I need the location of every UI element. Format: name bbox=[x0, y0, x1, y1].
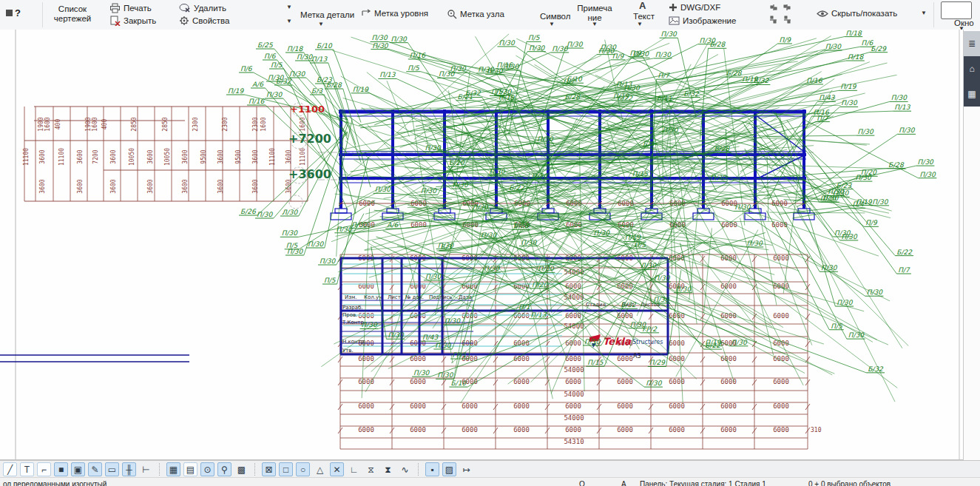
svg-text:Б/20: Б/20 bbox=[449, 159, 465, 166]
text-caret[interactable]: ▼ bbox=[637, 22, 643, 27]
svg-text:Б/28: Б/28 bbox=[709, 41, 726, 48]
level-mark-button[interactable]: Метка уровня bbox=[356, 8, 433, 18]
ribbon-separator bbox=[42, 2, 43, 27]
close-drawing-button[interactable]: Закрыть bbox=[105, 15, 160, 27]
pin-tool-icon[interactable]: ⚲ bbox=[217, 462, 232, 476]
svg-text:9500: 9500 bbox=[235, 149, 242, 163]
part-mark-caret[interactable]: ▼ bbox=[318, 22, 324, 27]
side-tab-properties[interactable]: ≣ bbox=[964, 31, 980, 56]
grid-points-toggle-icon[interactable]: ▤ bbox=[183, 462, 197, 476]
snap-tangent-icon[interactable]: ∿ bbox=[398, 462, 412, 476]
svg-text:6000: 6000 bbox=[358, 312, 374, 320]
svg-text:54000: 54000 bbox=[564, 391, 584, 398]
rectangle-tool-icon[interactable]: ▭ bbox=[105, 462, 119, 476]
svg-text:П/30: П/30 bbox=[624, 84, 641, 92]
delete-button[interactable]: Удалить bbox=[175, 2, 231, 14]
svg-text:Б/26: Б/26 bbox=[240, 208, 257, 215]
drawing-canvas[interactable]: 1900160040019001600400285028502300230023… bbox=[0, 30, 980, 460]
svg-text:11100: 11100 bbox=[23, 148, 30, 166]
svg-text:2850: 2850 bbox=[131, 117, 138, 131]
snap-midpoint-icon[interactable]: △ bbox=[313, 462, 327, 476]
svg-text:П/6: П/6 bbox=[240, 65, 253, 72]
hide-show-caret[interactable]: ▼ bbox=[921, 11, 927, 16]
perpendicular-tool-icon[interactable]: ⊢ bbox=[139, 462, 153, 476]
zoom-tool-icon[interactable]: ⊙ bbox=[200, 462, 214, 476]
dropdown-caret[interactable]: ▼ bbox=[286, 19, 292, 24]
svg-text:П/9: П/9 bbox=[779, 36, 791, 44]
symbol-button[interactable]: Символ bbox=[535, 11, 575, 21]
svg-text:П/30: П/30 bbox=[837, 299, 854, 306]
svg-text:П/30: П/30 bbox=[567, 41, 584, 48]
snap-intersection-icon[interactable]: ✕ bbox=[330, 462, 344, 476]
svg-text:Б/29: Б/29 bbox=[871, 45, 887, 53]
svg-text:П/30: П/30 bbox=[266, 91, 283, 98]
symbol-tool-icon[interactable]: ▣ bbox=[71, 462, 85, 476]
snap-extension-icon[interactable]: ⧖ bbox=[364, 462, 378, 476]
svg-text:П/30: П/30 bbox=[872, 198, 889, 206]
part-mark-annotations: П/19П/16А/6П/30П/6П/5П/6П/18Б/25Б/10П/30… bbox=[226, 30, 936, 387]
drawing-list-button[interactable]: Список чертежей bbox=[46, 4, 99, 24]
svg-text:П/19: П/19 bbox=[742, 75, 759, 83]
svg-text:П/20: П/20 bbox=[861, 169, 878, 176]
hide-show-button[interactable]: Скрыть/показать bbox=[812, 8, 902, 18]
svg-text:П/30: П/30 bbox=[710, 174, 727, 181]
dropdown-caret[interactable]: ▼ bbox=[286, 5, 292, 10]
dimension-tool-icon[interactable]: ╫ bbox=[122, 462, 136, 476]
svg-text:2300: 2300 bbox=[192, 117, 199, 131]
svg-text:Б/22: Б/22 bbox=[896, 249, 913, 256]
insert-image-button[interactable]: Изображение bbox=[664, 16, 740, 26]
align-tools-icons[interactable] bbox=[768, 2, 797, 27]
freehand-tool-icon[interactable]: ✎ bbox=[88, 462, 102, 476]
svg-text:Б/10: Б/10 bbox=[450, 379, 467, 387]
svg-text:+7200: +7200 bbox=[288, 132, 331, 146]
text-button[interactable]: Текст bbox=[629, 11, 659, 21]
grid-snap-toggle-icon[interactable]: ▦ bbox=[166, 462, 180, 476]
svg-text:6000: 6000 bbox=[720, 355, 737, 362]
part-mark-button[interactable]: Метка детали bbox=[296, 10, 359, 20]
svg-text:54000: 54000 bbox=[564, 414, 584, 422]
svg-text:П/13: П/13 bbox=[379, 71, 396, 78]
svg-text:П/30: П/30 bbox=[388, 331, 405, 339]
svg-text:П/30: П/30 bbox=[499, 39, 516, 47]
svg-text:П/7: П/7 bbox=[898, 266, 910, 274]
relative-input-toggle-icon[interactable]: ↦ bbox=[459, 462, 473, 476]
text-tool-icon[interactable]: T bbox=[20, 462, 34, 476]
svg-text:Б/32: Б/32 bbox=[868, 365, 884, 373]
snap-nearest-icon[interactable]: ⧗ bbox=[381, 462, 395, 476]
snap-reference-icon[interactable]: □ bbox=[279, 462, 293, 476]
ortho-toggle-icon[interactable]: ▪ bbox=[425, 462, 439, 476]
properties-button[interactable]: Свойства bbox=[175, 15, 234, 27]
svg-text:П/5: П/5 bbox=[271, 61, 283, 69]
snap-center-icon[interactable]: ○ bbox=[296, 462, 310, 476]
leader-tool-icon[interactable]: ⌐ bbox=[37, 462, 51, 476]
svg-text:Б/22: Б/22 bbox=[705, 342, 721, 349]
svg-text:П/43: П/43 bbox=[819, 94, 836, 101]
dwg-dxf-button[interactable]: DWG/DXF bbox=[664, 2, 725, 13]
snap-perpendicular-icon[interactable]: ∟ bbox=[347, 462, 361, 476]
svg-text:П/5: П/5 bbox=[408, 64, 420, 72]
symbol-caret[interactable]: ▼ bbox=[549, 22, 555, 27]
note-caret[interactable]: ▼ bbox=[592, 22, 598, 27]
toolbar-separator bbox=[159, 463, 160, 476]
help-button[interactable]: ? bbox=[6, 7, 21, 18]
hatch-tool-icon[interactable]: ▩ bbox=[234, 462, 249, 476]
svg-text:П/30: П/30 bbox=[825, 43, 842, 50]
svg-text:Изм.: Изм. bbox=[345, 294, 356, 300]
side-panel: ≣⌂▦ bbox=[963, 30, 980, 460]
smart-select-toggle-icon[interactable]: ▨ bbox=[442, 462, 456, 476]
node-mark-button[interactable]: Метка узла bbox=[442, 8, 509, 20]
print-button[interactable]: Печать bbox=[105, 2, 156, 14]
side-tab-catalog[interactable]: ▦ bbox=[964, 81, 980, 107]
svg-text:3600: 3600 bbox=[110, 149, 117, 163]
side-tab-components[interactable]: ⌂ bbox=[964, 56, 980, 81]
svg-text:П/19: П/19 bbox=[613, 92, 630, 100]
line-tool-icon[interactable]: ╱ bbox=[3, 462, 17, 476]
svg-text:3600: 3600 bbox=[77, 149, 84, 163]
snap-endpoint-icon[interactable]: ⊠ bbox=[262, 462, 276, 476]
svg-text:6000: 6000 bbox=[513, 426, 530, 433]
svg-text:П/30: П/30 bbox=[289, 70, 306, 78]
svg-text:П/30: П/30 bbox=[473, 203, 490, 211]
svg-text:Tekla: Tekla bbox=[603, 336, 632, 347]
svg-text:6000: 6000 bbox=[617, 355, 633, 362]
filled-rect-tool-icon[interactable]: ■ bbox=[54, 462, 68, 476]
